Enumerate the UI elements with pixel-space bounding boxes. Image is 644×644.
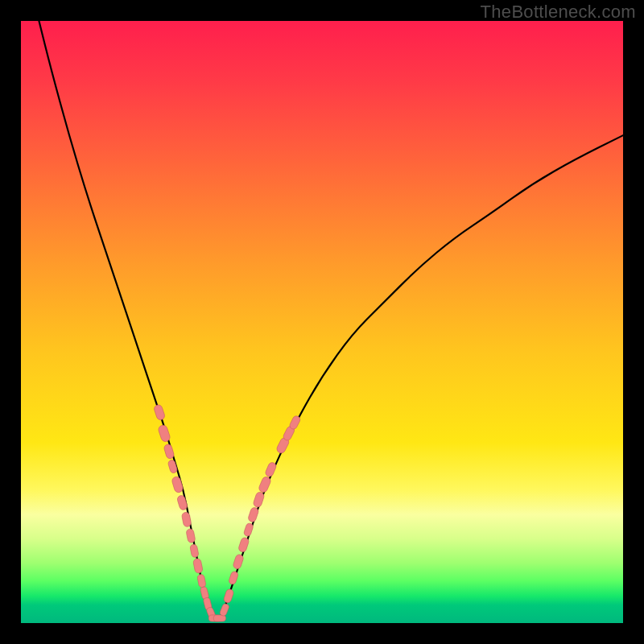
outer-frame: TheBottleneck.com (0, 0, 644, 644)
chart-background (21, 21, 623, 623)
plot-area (21, 21, 623, 623)
chart-svg (21, 21, 623, 623)
watermark-text: TheBottleneck.com (481, 2, 636, 23)
